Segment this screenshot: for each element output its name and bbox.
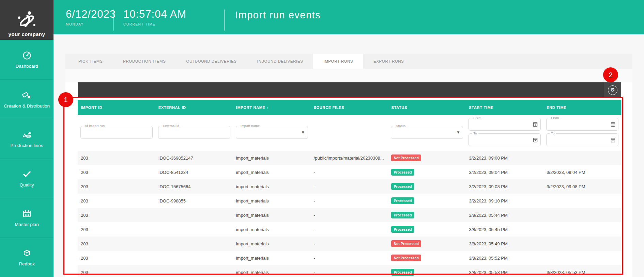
cell-start-time: 3/8/2023, 05:44 PM — [466, 213, 543, 218]
filter-cell-external-id: External id — [155, 115, 233, 151]
tab-export-runs[interactable]: EXPORT RUNS — [363, 54, 414, 69]
sidebar-item-master-plan[interactable]: Master plan — [0, 198, 53, 238]
cell-status: Processed — [388, 269, 466, 276]
end-time-to-filter[interactable]: To — [546, 133, 618, 146]
tab-production-items[interactable]: PRODUCTION ITEMS — [113, 54, 176, 69]
tab-pick-items[interactable]: PICK ITEMS — [68, 54, 113, 69]
import-name-filter-select[interactable]: Import name ▼ — [236, 126, 308, 139]
sidebar-item-label: Quality — [18, 182, 35, 188]
table-row[interactable]: 203import_materials-Not Processed3/8/202… — [78, 237, 621, 251]
table-body: 203IDOC-369852147import_materials/public… — [78, 151, 621, 277]
cell-start-time: 3/8/2023, 05:53 PM — [466, 270, 543, 275]
cell-external-id: IDOC-15675664 — [155, 184, 233, 189]
cell-start-time: 3/8/2023, 05:52 PM — [466, 256, 543, 261]
cell-import-name: import_materials — [233, 156, 311, 161]
calendar-icon[interactable] — [533, 137, 538, 143]
top-header: 6/12/2023 MONDAY 10:57:04 AM CURRENT TIM… — [0, 0, 644, 34]
cell-end-time: 3/8/2023, 05:53 PM — [543, 270, 621, 275]
column-header-source-files[interactable]: SOURCE FILES — [311, 105, 388, 110]
tab-outbound-deliveries[interactable]: OUTBOUND DELIVERIES — [176, 54, 247, 69]
header-date-group: 6/12/2023 MONDAY — [66, 8, 116, 26]
external-id-filter[interactable]: External id — [158, 126, 230, 139]
status-filter-input[interactable] — [391, 126, 463, 138]
settings-button[interactable]: ⚙ — [604, 82, 621, 98]
sidebar-item-quality[interactable]: Quality — [0, 159, 53, 198]
filter-cell-start-time: From To — [466, 115, 543, 151]
sidebar: DashboardCreation & DistributionProducti… — [0, 40, 53, 277]
cell-source-files: /public/imports/material/20230308... — [311, 156, 388, 161]
company-logo-icon — [16, 10, 38, 30]
cell-import-name: import_materials — [233, 270, 311, 275]
status-badge: Processed — [391, 197, 414, 204]
start-time-from-filter[interactable]: From — [469, 118, 541, 131]
end-time-from-filter[interactable]: From — [546, 118, 618, 131]
status-badge: Processed — [391, 226, 414, 233]
cell-source-files: - — [311, 170, 388, 175]
import-name-filter-input[interactable] — [236, 126, 308, 138]
table-row[interactable]: 203import_materials-Processed3/8/2023, 0… — [78, 208, 621, 222]
dashboard-icon — [22, 50, 32, 61]
cell-source-files: - — [311, 213, 388, 218]
cell-status: Processed — [388, 212, 466, 218]
start-time-to-input[interactable] — [469, 134, 540, 146]
cell-import-id: 203 — [78, 156, 155, 161]
filter-cell-end-time: From To — [543, 115, 621, 151]
cell-source-files: - — [311, 270, 388, 275]
start-time-to-filter[interactable]: To — [469, 133, 541, 146]
sidebar-item-production-lines[interactable]: Production lines — [0, 119, 53, 159]
column-header-status[interactable]: STATUS — [388, 105, 466, 110]
table-row[interactable]: 203IDOC-15675664import_materials-Process… — [78, 179, 621, 194]
header-separator — [224, 10, 225, 31]
status-badge: Processed — [391, 183, 414, 190]
tab-inbound-deliveries[interactable]: INBOUND DELIVERIES — [247, 54, 313, 69]
column-header-external-id[interactable]: EXTERNAL ID — [155, 105, 233, 110]
cell-import-id: 203 — [78, 213, 155, 218]
import-id-filter-input[interactable] — [81, 126, 152, 138]
table-row[interactable]: 203import_materials-Processed3/8/2023, 0… — [78, 265, 621, 277]
page-title: Import run events — [235, 10, 321, 21]
end-time-from-input[interactable] — [547, 118, 618, 130]
sort-asc-icon[interactable]: ↑ — [267, 105, 269, 110]
calendar-icon[interactable] — [533, 121, 538, 127]
status-badge: Processed — [391, 212, 414, 218]
status-badge: Processed — [391, 269, 414, 276]
sidebar-item-label: Redbox — [17, 261, 36, 267]
cell-source-files: - — [311, 198, 388, 203]
quality-check-icon — [22, 169, 32, 179]
sidebar-item-redbox[interactable]: Redbox — [0, 238, 53, 277]
status-filter-select[interactable]: Status ▼ — [391, 126, 463, 139]
cell-import-id: 203 — [78, 256, 155, 261]
table-row[interactable]: 203import_materials-Processed3/8/2023, 0… — [78, 222, 621, 237]
cell-status: Not Processed — [388, 240, 466, 247]
cell-import-name: import_materials — [233, 170, 311, 175]
calendar-icon[interactable] — [611, 137, 615, 143]
sidebar-item-dashboard[interactable]: Dashboard — [0, 40, 53, 80]
status-badge: Processed — [391, 169, 414, 176]
import-id-filter[interactable]: Id import run — [80, 126, 153, 139]
table-row[interactable]: 203IDOC-369852147import_materials/public… — [78, 151, 621, 165]
table-filter-row: Id import run External id Import name ▼ … — [78, 115, 621, 151]
cell-import-name: import_materials — [233, 256, 311, 261]
calendar-icon[interactable] — [611, 121, 615, 127]
cell-status: Not Processed — [388, 255, 466, 261]
company-logo-block[interactable]: your company — [0, 0, 53, 40]
sidebar-item-creation-distribution[interactable]: Creation & Distribution — [0, 80, 53, 119]
table-row[interactable]: 203IDOC-998855import_materials-Processed… — [78, 194, 621, 208]
table-row[interactable]: 203import_materials-Not Processed3/8/202… — [78, 251, 621, 265]
start-time-from-input[interactable] — [469, 118, 540, 130]
cell-import-id: 203 — [78, 241, 155, 246]
column-header-start-time[interactable]: START TIME — [466, 105, 543, 110]
tab-import-runs[interactable]: IMPORT RUNS — [313, 54, 363, 69]
external-id-filter-input[interactable] — [158, 126, 230, 138]
column-header-import-name[interactable]: IMPORT NAME↑ — [233, 105, 311, 110]
sidebar-item-label: Master plan — [13, 222, 40, 227]
header-time-label: CURRENT TIME — [123, 22, 186, 26]
cell-import-name: import_materials — [233, 241, 311, 246]
filter-cell-import-id: Id import run — [78, 115, 155, 151]
column-header-end-time[interactable]: END TIME — [543, 105, 621, 110]
end-time-to-input[interactable] — [547, 134, 618, 146]
status-badge: Not Processed — [391, 240, 421, 247]
column-header-import-id[interactable]: IMPORT ID — [78, 105, 155, 110]
table-row[interactable]: 203IDOC-8541234import_materials-Processe… — [78, 165, 621, 179]
cell-import-id: 203 — [78, 227, 155, 232]
